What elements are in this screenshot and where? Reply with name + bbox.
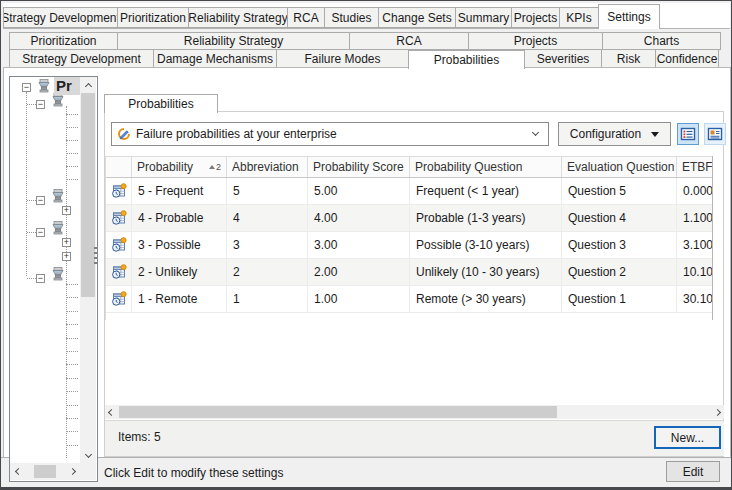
dropdown-value: Failure probabilities at your enterprise [136, 127, 533, 141]
tree-node-label[interactable]: Pr [54, 77, 80, 95]
tab-studies[interactable]: Studies [324, 7, 379, 28]
cell: 4.00 [308, 205, 410, 231]
tree-connector-line [66, 166, 78, 167]
scrollbar-thumb[interactable] [34, 465, 56, 478]
tab-probabilities[interactable]: Probabilities [408, 50, 525, 69]
tab-prioritization[interactable]: Prioritization [9, 32, 118, 50]
table-row[interactable]: 4 - Probable44.00Probable (1-3 years)Que… [106, 205, 712, 232]
edit-button[interactable]: Edit [666, 461, 720, 482]
factory-node-icon[interactable] [50, 220, 66, 236]
tab-confidence[interactable]: Confidence [655, 49, 719, 68]
scroll-left-button[interactable] [10, 463, 26, 480]
tree-connector-line [66, 378, 78, 379]
cell: 5 - Frequent [132, 178, 227, 204]
column-header-probability-score[interactable]: Probability Score [308, 157, 410, 177]
scroll-left-button[interactable] [105, 405, 118, 419]
tab-projects[interactable]: Projects [468, 32, 603, 50]
tab-probabilities[interactable]: Probabilities [104, 94, 218, 113]
tab-risk[interactable]: Risk [601, 49, 656, 68]
panel-splitter-grip[interactable] [94, 247, 97, 267]
cell: 5.00 [308, 178, 410, 204]
column-header-abbreviation[interactable]: Abbreviation [227, 157, 308, 177]
tab-charts[interactable]: Charts [602, 32, 721, 50]
table-row[interactable]: 3 - Possible33.00Possible (3-10 years)Qu… [106, 232, 712, 259]
scrollbar-thumb[interactable] [119, 406, 557, 418]
table-row[interactable]: 1 - Remote11.00Remote (> 30 years)Questi… [106, 286, 712, 313]
column-header-probability-question[interactable]: Probability Question [410, 157, 562, 177]
tree-connector-line [66, 364, 78, 365]
cell: 4 [227, 205, 308, 231]
dropdown-chevron-icon[interactable] [532, 129, 539, 136]
probabilities-table: Probability2AbbreviationProbability Scor… [105, 156, 713, 320]
tab-kpis[interactable]: KPIs [559, 7, 599, 28]
tab-severities[interactable]: Severities [524, 49, 602, 68]
tree-collapse-icon[interactable]: − [36, 100, 45, 109]
tab-settings[interactable]: Settings [598, 4, 660, 29]
tree-connector-line [66, 284, 78, 285]
column-header-row-icon[interactable] [106, 157, 132, 177]
items-count: Items: 5 [118, 430, 161, 444]
tab-reliability-strategy[interactable]: Reliability Strategy [188, 7, 288, 28]
tree-collapse-icon[interactable]: − [36, 274, 45, 283]
application-window: Strategy DevelopmentPrioritizationReliab… [0, 0, 732, 490]
tab-strategy-development[interactable]: Strategy Development [9, 49, 154, 68]
tree-collapse-icon[interactable]: − [36, 196, 45, 205]
factory-node-icon[interactable] [50, 266, 66, 282]
column-header-etbf[interactable]: ETBF [677, 157, 713, 177]
column-header-probability[interactable]: Probability2 [132, 157, 227, 177]
status-message: Click Edit to modify these settings [104, 466, 283, 480]
scroll-up-button[interactable] [80, 77, 96, 93]
table-row[interactable]: 5 - Frequent55.00Frequent (< 1 year)Ques… [106, 178, 712, 205]
tab-reliability-strategy[interactable]: Reliability Strategy [117, 32, 350, 50]
tree-expand-icon[interactable]: + [62, 238, 71, 247]
top-level-tab-bar: Strategy DevelopmentPrioritizationReliab… [3, 3, 730, 29]
probability-item-icon [111, 264, 127, 280]
column-header-evaluation-question[interactable]: Evaluation Question1 [562, 157, 677, 177]
tree-connector-line [27, 104, 36, 105]
cell: 2.00 [308, 259, 410, 285]
tree-collapse-icon[interactable]: − [36, 228, 45, 237]
table-horizontal-scrollbar[interactable] [105, 405, 724, 419]
probability-item-icon [111, 183, 127, 199]
tab-change-sets[interactable]: Change Sets [378, 7, 456, 28]
table-body: 5 - Frequent55.00Frequent (< 1 year)Ques… [106, 178, 712, 313]
configuration-button[interactable]: Configuration [558, 122, 671, 146]
configuration-dropdown-icon [651, 132, 659, 137]
tree-connector-line [66, 153, 78, 154]
tree-expand-icon[interactable]: + [62, 252, 71, 261]
tab-strategy-development[interactable]: Strategy Development [3, 7, 118, 28]
tab-failure-modes[interactable]: Failure Modes [276, 49, 409, 68]
tree-horizontal-scrollbar[interactable] [10, 463, 80, 480]
cell: 1 - Remote [132, 286, 227, 312]
tree-expand-icon[interactable]: + [62, 206, 71, 215]
scrollbar-corner [80, 463, 96, 480]
cell: 5 [227, 178, 308, 204]
configuration-label: Configuration [570, 127, 641, 141]
scroll-down-button[interactable] [80, 447, 96, 463]
sort-ascending-icon [209, 165, 215, 169]
scroll-right-button[interactable] [711, 405, 724, 419]
cell: Possible (3-10 years) [410, 232, 562, 258]
cell: 3 - Possible [132, 232, 227, 258]
tab-rca[interactable]: RCA [287, 7, 325, 28]
scrollbar-thumb[interactable] [81, 93, 95, 297]
table-row[interactable]: 2 - Unlikely22.00Unlikely (10 - 30 years… [106, 259, 712, 286]
tab-summary[interactable]: Summary [455, 7, 512, 28]
tab-prioritization[interactable]: Prioritization [117, 7, 189, 28]
settings-tab-bar-row2: Strategy DevelopmentDamage MechanismsFai… [9, 49, 725, 68]
tab-damage-mechanisms[interactable]: Damage Mechanisms [153, 49, 277, 68]
probability-set-dropdown[interactable]: Failure probabilities at your enterprise [111, 122, 549, 146]
tree-vertical-scrollbar[interactable] [80, 77, 96, 463]
tab-projects[interactable]: Projects [511, 7, 560, 28]
details-view-button[interactable] [704, 123, 726, 145]
scenario-pen-icon [116, 126, 132, 142]
scroll-right-button[interactable] [64, 463, 80, 480]
tree-collapse-icon[interactable]: − [22, 83, 31, 92]
cell: Question 3 [562, 232, 677, 258]
list-view-button[interactable] [677, 123, 699, 145]
factory-node-icon[interactable] [50, 188, 66, 204]
tree-connector-line [66, 127, 78, 128]
new-button[interactable]: New... [654, 426, 721, 449]
tab-rca[interactable]: RCA [349, 32, 469, 50]
tree-connector-line [66, 418, 78, 419]
